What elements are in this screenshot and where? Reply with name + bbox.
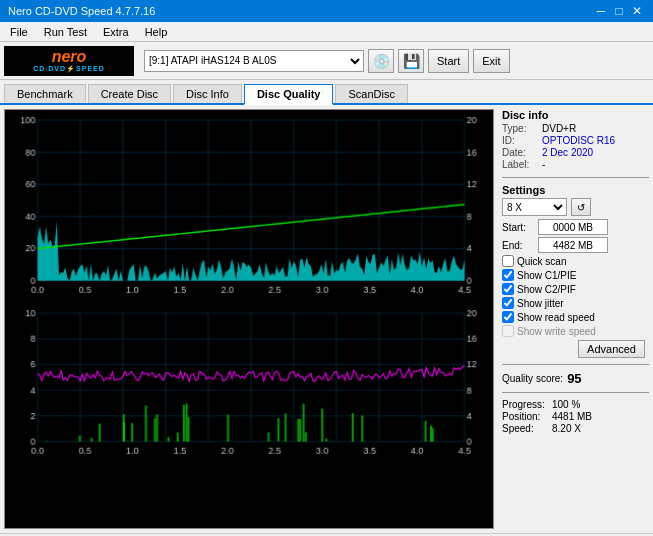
drive-select[interactable]: [9:1] ATAPI iHAS124 B AL0S — [144, 50, 364, 72]
speed-reset-btn[interactable]: ↺ — [571, 198, 591, 216]
start-button[interactable]: Start — [428, 49, 469, 73]
label-label: Label: — [502, 159, 538, 170]
tab-scandisc[interactable]: ScanDisc — [335, 84, 407, 103]
type-label: Type: — [502, 123, 538, 134]
show-c2pif-checkbox[interactable] — [502, 283, 514, 295]
exit-button[interactable]: Exit — [473, 49, 509, 73]
disc-info-title: Disc info — [502, 109, 649, 121]
show-jitter-label: Show jitter — [517, 298, 564, 309]
divider3 — [502, 392, 649, 393]
show-jitter-checkbox[interactable] — [502, 297, 514, 309]
disc-icon-btn[interactable]: 💿 — [368, 49, 394, 73]
advanced-button[interactable]: Advanced — [578, 340, 645, 358]
chart-top — [5, 110, 493, 303]
quality-score-label: Quality score: — [502, 373, 563, 384]
settings-title: Settings — [502, 184, 649, 196]
menu-file[interactable]: File — [4, 25, 34, 39]
quality-section: Quality score: 95 — [502, 371, 649, 386]
tab-bar: Benchmark Create Disc Disc Info Disc Qua… — [0, 80, 653, 105]
progress-value: 100 % — [552, 399, 580, 410]
save-icon-btn[interactable]: 💾 — [398, 49, 424, 73]
quality-score-value: 95 — [567, 371, 581, 386]
right-panel: Disc info Type: DVD+R ID: OPTODISC R16 D… — [498, 105, 653, 533]
show-c1pie-label: Show C1/PIE — [517, 270, 576, 281]
show-read-speed-label: Show read speed — [517, 312, 595, 323]
tab-disc-quality[interactable]: Disc Quality — [244, 84, 334, 105]
tab-disc-info[interactable]: Disc Info — [173, 84, 242, 103]
divider1 — [502, 177, 649, 178]
charts-area — [4, 109, 494, 529]
menu-bar: File Run Test Extra Help — [0, 22, 653, 42]
position-label: Position: — [502, 411, 548, 422]
maximize-button[interactable]: □ — [611, 3, 627, 19]
title-controls: ─ □ ✕ — [593, 3, 645, 19]
date-value: 2 Dec 2020 — [542, 147, 593, 158]
menu-runtest[interactable]: Run Test — [38, 25, 93, 39]
progress-label: Progress: — [502, 399, 548, 410]
toolbar: nero CD·DVD⚡SPEED [9:1] ATAPI iHAS124 B … — [0, 42, 653, 80]
speed-select[interactable]: 8 X — [502, 198, 567, 216]
disc-info-section: Disc info Type: DVD+R ID: OPTODISC R16 D… — [502, 109, 649, 171]
end-input[interactable] — [538, 237, 608, 253]
menu-extra[interactable]: Extra — [97, 25, 135, 39]
speed-value: 8.20 X — [552, 423, 581, 434]
logo-area: nero CD·DVD⚡SPEED — [4, 46, 134, 76]
type-value: DVD+R — [542, 123, 576, 134]
progress-section: Progress: 100 % Position: 4481 MB Speed:… — [502, 399, 649, 435]
show-write-speed-checkbox[interactable] — [502, 325, 514, 337]
start-label: Start: — [502, 222, 534, 233]
chart-bottom — [5, 303, 493, 464]
menu-help[interactable]: Help — [139, 25, 174, 39]
show-c2pif-label: Show C2/PIF — [517, 284, 576, 295]
quick-scan-label: Quick scan — [517, 256, 566, 267]
speed-label: Speed: — [502, 423, 548, 434]
show-c1pie-checkbox[interactable] — [502, 269, 514, 281]
title-text: Nero CD-DVD Speed 4.7.7.16 — [8, 5, 155, 17]
minimize-button[interactable]: ─ — [593, 3, 609, 19]
tab-create-disc[interactable]: Create Disc — [88, 84, 171, 103]
show-write-speed-label: Show write speed — [517, 326, 596, 337]
id-value: OPTODISC R16 — [542, 135, 615, 146]
quick-scan-checkbox[interactable] — [502, 255, 514, 267]
divider2 — [502, 364, 649, 365]
start-input[interactable] — [538, 219, 608, 235]
id-label: ID: — [502, 135, 538, 146]
label-value: - — [542, 159, 545, 170]
show-read-speed-checkbox[interactable] — [502, 311, 514, 323]
end-label: End: — [502, 240, 534, 251]
tab-benchmark[interactable]: Benchmark — [4, 84, 86, 103]
close-button[interactable]: ✕ — [629, 3, 645, 19]
title-bar: Nero CD-DVD Speed 4.7.7.16 ─ □ ✕ — [0, 0, 653, 22]
main-content: Disc info Type: DVD+R ID: OPTODISC R16 D… — [0, 105, 653, 533]
position-value: 4481 MB — [552, 411, 592, 422]
settings-section: Settings 8 X ↺ Start: End: Quick scan — [502, 184, 649, 358]
date-label: Date: — [502, 147, 538, 158]
